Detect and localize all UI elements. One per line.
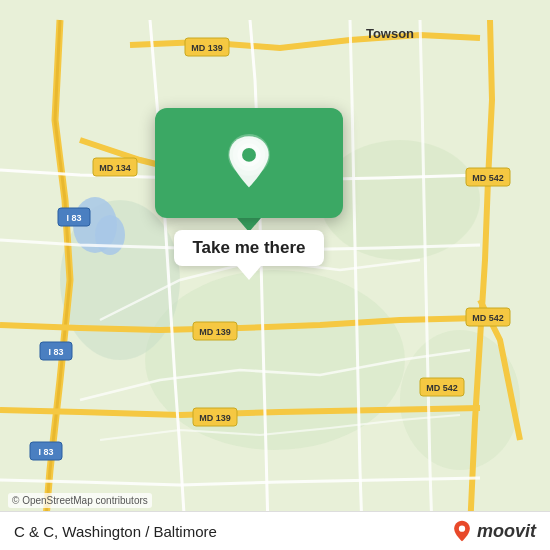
map-container: MD 139 Towson MD 134 I 83 MD 542 MD 542 … (0, 0, 550, 550)
svg-text:I 83: I 83 (38, 447, 53, 457)
moovit-logo: moovit (451, 520, 536, 542)
svg-text:MD 139: MD 139 (191, 43, 223, 53)
moovit-brand-text: moovit (477, 521, 536, 542)
svg-point-34 (459, 526, 465, 532)
svg-point-33 (242, 148, 256, 162)
popup-overlay: Take me there (155, 108, 343, 280)
svg-text:MD 139: MD 139 (199, 327, 231, 337)
svg-text:Towson: Towson (366, 26, 414, 41)
svg-text:MD 542: MD 542 (472, 313, 504, 323)
svg-text:I 83: I 83 (66, 213, 81, 223)
svg-text:I 83: I 83 (48, 347, 63, 357)
location-pin-icon (225, 134, 273, 192)
svg-text:MD 134: MD 134 (99, 163, 131, 173)
svg-text:MD 542: MD 542 (426, 383, 458, 393)
svg-text:MD 139: MD 139 (199, 413, 231, 423)
take-me-there-button[interactable]: Take me there (192, 238, 305, 257)
location-label: C & C, Washington / Baltimore (14, 523, 217, 540)
attribution-text: © OpenStreetMap contributors (12, 495, 148, 506)
svg-text:MD 542: MD 542 (472, 173, 504, 183)
moovit-pin-icon (451, 520, 473, 542)
popup-label-box[interactable]: Take me there (174, 230, 323, 266)
svg-point-6 (95, 215, 125, 255)
svg-point-3 (320, 140, 480, 260)
popup-arrow-white (237, 266, 261, 280)
popup-card (155, 108, 343, 218)
bottom-bar: C & C, Washington / Baltimore moovit (0, 511, 550, 550)
osm-attribution: © OpenStreetMap contributors (8, 493, 152, 508)
